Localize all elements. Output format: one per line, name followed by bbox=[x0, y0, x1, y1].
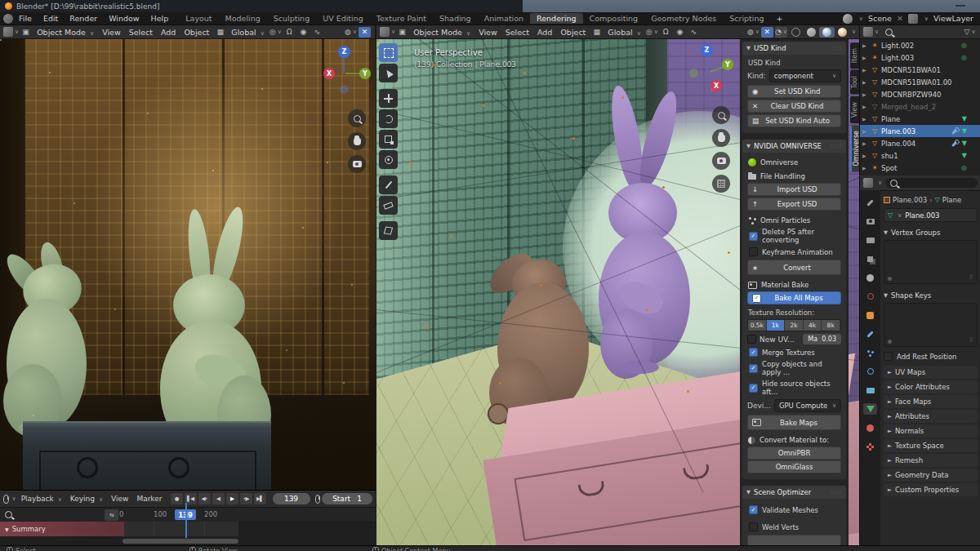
play-reverse-button[interactable]: ◀ bbox=[212, 493, 225, 504]
outliner-filter-icon[interactable]: ▽∨ bbox=[964, 27, 976, 38]
resolution-option[interactable]: 2k bbox=[785, 320, 804, 331]
shading-solid-button[interactable] bbox=[804, 27, 819, 38]
vertex-groups-section-header[interactable]: ▼Vertex Groups bbox=[884, 226, 978, 238]
view-menu[interactable]: View bbox=[108, 495, 131, 503]
shape-keys-section-header[interactable]: ▼Shape Keys bbox=[884, 289, 978, 301]
outliner-item-shu1[interactable]: ▶▽shu1▼ bbox=[860, 149, 980, 162]
gizmo-x-axis[interactable]: X bbox=[323, 68, 335, 79]
section-uv-maps[interactable]: ►UV Maps bbox=[884, 366, 978, 379]
light-data-icon[interactable]: ◎ bbox=[961, 54, 967, 61]
current-frame-field[interactable]: 139 bbox=[273, 493, 310, 504]
hide-source-checkbox-row[interactable]: ✓Hide source objects aft... bbox=[749, 380, 840, 396]
record-button[interactable]: ● bbox=[171, 493, 183, 504]
overlays-toggle-icon[interactable]: ◔∨ bbox=[775, 27, 787, 38]
channel-search-icon[interactable] bbox=[5, 511, 12, 518]
outliner-item-mdcnr51bwa01[interactable]: ▶▽MDCNR51BWA01 bbox=[860, 64, 980, 76]
outliner-item-mdcnr51bwa01.00[interactable]: ▶▽MDCNR51BWA01.00 bbox=[860, 76, 980, 88]
camera-view-button[interactable] bbox=[712, 152, 730, 170]
add-workspace-button[interactable]: + bbox=[771, 13, 789, 24]
expand-caret-icon[interactable]: ▶ bbox=[862, 116, 868, 122]
menu-render[interactable]: Render bbox=[64, 13, 103, 24]
annotate-tool[interactable] bbox=[379, 176, 398, 194]
object-mode-dropdown[interactable]: Object Mode ∨ bbox=[33, 28, 98, 37]
mesh-data-icon[interactable]: ▼ bbox=[962, 115, 967, 122]
cursor-tool[interactable] bbox=[379, 64, 398, 82]
expand-caret-icon[interactable]: ▶ bbox=[862, 165, 868, 171]
outliner-item-plane.004[interactable]: ▶▽Plane.004▼ bbox=[860, 137, 980, 149]
timeline-scrollbar[interactable] bbox=[122, 539, 238, 544]
expand-caret-icon[interactable]: ▶ bbox=[862, 79, 868, 85]
properties-tab-world[interactable] bbox=[863, 291, 877, 302]
workspace-tab-texture-paint[interactable]: Texture Paint bbox=[370, 13, 433, 24]
section-normals[interactable]: ►Normals bbox=[884, 424, 978, 438]
gizmo-toggle-icon[interactable]: ✕ bbox=[761, 27, 773, 38]
bake-maps-button[interactable]: Bake Maps bbox=[747, 415, 841, 430]
falloff-icon[interactable]: ∿ bbox=[688, 27, 700, 38]
gizmo-z-axis[interactable]: Z bbox=[701, 44, 713, 56]
pan-tool-button[interactable] bbox=[348, 132, 366, 150]
play-button[interactable]: ▶ bbox=[226, 493, 238, 504]
playback-menu[interactable]: Playback ∨ bbox=[18, 495, 65, 503]
modifier-wrench-icon[interactable] bbox=[951, 127, 960, 135]
proportional-edit-icon[interactable]: ◉ bbox=[297, 27, 310, 38]
device-dropdown[interactable]: GPU Compute∨ bbox=[774, 399, 841, 412]
outliner-item-plane[interactable]: ▶▽Plane▼ bbox=[860, 113, 980, 125]
mesh-data-icon[interactable]: ▼ bbox=[962, 152, 967, 159]
add-rest-position-checkbox-row[interactable]: Add Rest Position bbox=[884, 352, 978, 361]
snap-magnet-icon[interactable]: Ω bbox=[660, 27, 672, 38]
gizmo-x-axis[interactable]: X bbox=[710, 80, 722, 91]
properties-tab-output[interactable] bbox=[863, 234, 877, 246]
viewport-menu-add[interactable]: Add bbox=[533, 28, 556, 37]
frame-range-toggle[interactable]: ⇆ bbox=[105, 509, 118, 521]
gizmo-z-axis[interactable]: Z bbox=[338, 46, 350, 58]
expand-caret-icon[interactable]: ▶ bbox=[862, 55, 868, 60]
jump-to-end-button[interactable]: ▶▌ bbox=[254, 493, 266, 504]
new-uv-checkbox[interactable] bbox=[747, 335, 756, 344]
sidebar-tab-tool[interactable]: Tool bbox=[850, 70, 859, 95]
zoom-tool-button[interactable] bbox=[348, 109, 366, 127]
workspace-tab-layout[interactable]: Layout bbox=[179, 13, 218, 24]
validate-meshes-checkbox-row[interactable]: ✓Validate Meshes bbox=[749, 505, 840, 514]
navigation-gizmo[interactable]: Z X Y bbox=[318, 46, 371, 98]
sidebar-tab-omniverse[interactable]: Omniverse bbox=[850, 125, 859, 171]
set-usd-kind-button[interactable]: ◉Set USD Kind bbox=[747, 85, 841, 98]
menu-file[interactable]: File bbox=[13, 13, 38, 24]
shading-wireframe-button[interactable] bbox=[788, 27, 804, 38]
usd-kind-panel-header[interactable]: ▼USD Kind:::: bbox=[742, 42, 846, 55]
properties-tab-render[interactable] bbox=[863, 216, 877, 227]
properties-tab-material[interactable] bbox=[863, 422, 877, 433]
properties-tab-view-layer[interactable] bbox=[863, 253, 877, 264]
visibility-dropdown-icon[interactable]: ◍∨ bbox=[747, 27, 760, 38]
shape-keys-list[interactable]: ⠿ bbox=[884, 303, 978, 347]
outliner-search-icon[interactable] bbox=[885, 29, 893, 36]
properties-tab-texture[interactable] bbox=[863, 441, 877, 452]
section-texture-space[interactable]: ►Texture Space bbox=[884, 439, 978, 452]
delete-ps-checkbox-row[interactable]: ✓Delete PS after converting bbox=[749, 228, 840, 244]
move-tool[interactable] bbox=[379, 89, 398, 108]
properties-tab-constraints[interactable] bbox=[863, 384, 877, 396]
keying-menu[interactable]: Keying ∨ bbox=[67, 495, 106, 503]
resolution-option[interactable]: 4k bbox=[804, 320, 822, 331]
outliner-item-mdcnrbpzw940[interactable]: ▶▽MDCNRBPZW940 bbox=[860, 88, 980, 100]
viewport-menu-object[interactable]: Object bbox=[180, 28, 213, 37]
expand-caret-icon[interactable]: ▶ bbox=[862, 91, 868, 97]
expand-caret-icon[interactable]: ▶ bbox=[862, 67, 868, 73]
shading-material-button[interactable] bbox=[819, 27, 835, 38]
marker-menu[interactable]: Marker bbox=[133, 495, 165, 503]
omniglass-button[interactable]: OmniGlass bbox=[747, 460, 841, 473]
mesh-data-icon[interactable]: ▼ bbox=[962, 140, 967, 147]
resolution-option-active[interactable]: 1k bbox=[767, 320, 786, 331]
bake-all-maps-button[interactable]: ✓Bake All Maps bbox=[747, 291, 841, 304]
export-usd-button[interactable]: ↑Export USD bbox=[747, 198, 841, 211]
menu-help[interactable]: Help bbox=[145, 13, 175, 24]
camera-view-button[interactable] bbox=[348, 155, 366, 173]
transform-orientation-dropdown[interactable]: Global ∨ bbox=[604, 28, 644, 37]
expand-caret-icon[interactable]: ▶ bbox=[862, 153, 868, 158]
workspace-tab-animation[interactable]: Animation bbox=[478, 13, 530, 24]
blender-menu-icon[interactable] bbox=[3, 14, 13, 24]
vertex-groups-list[interactable]: ⠿ bbox=[884, 240, 978, 284]
object-mode-dropdown[interactable]: Object Mode ∨ bbox=[409, 28, 474, 37]
weld-verts-checkbox-row[interactable]: Weld Verts bbox=[749, 522, 840, 531]
breadcrumb-data[interactable]: Plane bbox=[942, 196, 961, 204]
import-usd-button[interactable]: ↓Import USD bbox=[747, 183, 841, 196]
